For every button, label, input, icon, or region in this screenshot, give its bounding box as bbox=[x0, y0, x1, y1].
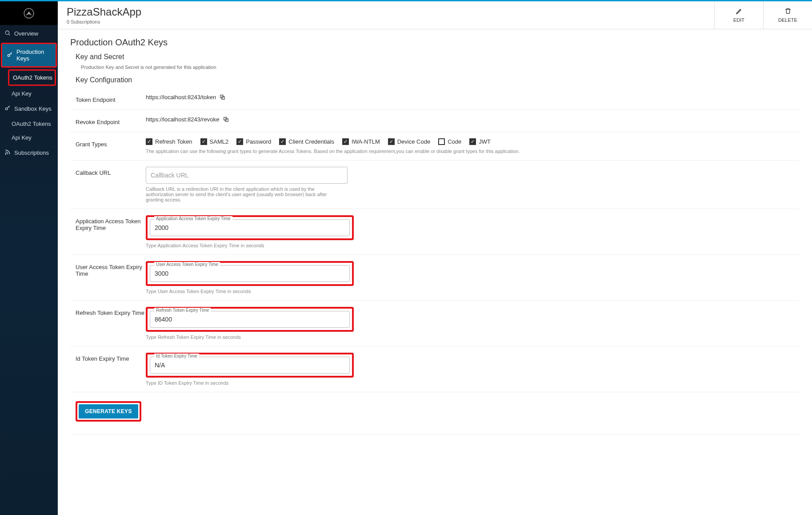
overview-icon bbox=[4, 30, 11, 37]
sidebar-item-subscriptions[interactable]: Subscriptions bbox=[0, 145, 58, 161]
checkbox-icon bbox=[342, 138, 349, 145]
user-token-expiry-label: User Access Token Expiry Time bbox=[70, 261, 146, 277]
generate-keys-button[interactable]: GENERATE KEYS bbox=[79, 404, 138, 418]
grant-type-checkbox[interactable]: Device Code bbox=[388, 138, 430, 145]
sidebar-item-label: Subscriptions bbox=[14, 149, 49, 156]
grant-type-checkbox[interactable]: Refresh Token bbox=[146, 138, 192, 145]
sidebar-item-label: Overview bbox=[14, 30, 38, 37]
svg-point-6 bbox=[5, 153, 6, 154]
user-token-expiry-row: User Access Token Expiry Time User Acces… bbox=[70, 255, 800, 301]
refresh-token-expiry-input[interactable] bbox=[155, 316, 345, 323]
key-icon bbox=[4, 105, 11, 113]
sidebar-item-overview[interactable]: Overview bbox=[0, 25, 58, 42]
token-endpoint-row: Token Endpoint https://localhost:8243/to… bbox=[70, 88, 800, 110]
sidebar-sub-api-key-prod[interactable]: Api Key bbox=[0, 87, 58, 101]
edit-button[interactable]: EDIT bbox=[714, 1, 763, 29]
user-token-expiry-input[interactable] bbox=[155, 270, 345, 277]
pencil-icon bbox=[736, 8, 743, 16]
grant-type-label: JWT bbox=[479, 138, 491, 145]
refresh-token-expiry-help: Type Refresh Token Expiry Time in second… bbox=[146, 334, 800, 340]
refresh-token-expiry-row: Refresh Token Expiry Time Refresh Token … bbox=[70, 301, 800, 346]
user-token-float-label: User Access Token Expiry Time bbox=[154, 262, 220, 267]
grant-type-label: Client Credentials bbox=[288, 138, 334, 145]
id-token-float-label: Id Token Expiry Time bbox=[154, 354, 199, 358]
sidebar: A Overview Production Keys OAuth2 Tokens… bbox=[0, 1, 58, 515]
user-token-expiry-help: Type User Access Token Expiry Time in se… bbox=[146, 289, 800, 294]
sidebar-item-label: Production Keys bbox=[16, 48, 51, 62]
token-endpoint-label: Token Endpoint bbox=[70, 94, 146, 103]
grant-type-label: SAML2 bbox=[210, 138, 229, 145]
app-token-expiry-help: Type Application Access Token Expiry Tim… bbox=[146, 243, 800, 248]
checkbox-icon bbox=[279, 138, 286, 145]
app-logo: A bbox=[0, 1, 58, 25]
svg-point-2 bbox=[5, 31, 9, 34]
app-token-expiry-input[interactable] bbox=[155, 224, 345, 231]
checkbox-icon bbox=[146, 138, 152, 145]
main-content: PizzaShackApp 0 Subscriptions EDIT DELET… bbox=[58, 1, 812, 515]
grant-type-checkbox[interactable]: Password bbox=[236, 138, 271, 145]
grant-type-checkbox[interactable]: IWA-NTLM bbox=[342, 138, 380, 145]
grant-type-label: Device Code bbox=[397, 138, 430, 145]
grant-types-label: Grant Types bbox=[70, 138, 146, 148]
revoke-endpoint-value: https://localhost:8243/revoke bbox=[146, 116, 220, 123]
sidebar-item-label: Sandbox Keys bbox=[14, 105, 52, 112]
grant-type-checkbox[interactable]: SAML2 bbox=[200, 138, 229, 145]
callback-url-row: Callback URL Callback URL is a redirecti… bbox=[70, 161, 800, 209]
grant-type-label: Password bbox=[246, 138, 271, 145]
grant-type-label: Code bbox=[448, 138, 461, 145]
id-token-expiry-label: Id Token Expiry Time bbox=[70, 353, 146, 362]
svg-point-5 bbox=[5, 108, 8, 110]
refresh-token-float-label: Refresh Token Expiry Time bbox=[154, 308, 211, 313]
key-icon bbox=[7, 52, 13, 59]
sidebar-sub-api-key-sandbox[interactable]: Api Key bbox=[0, 131, 58, 145]
id-token-expiry-input[interactable] bbox=[155, 362, 345, 369]
grant-types-row: Grant Types Refresh TokenSAML2PasswordCl… bbox=[70, 132, 800, 161]
sidebar-item-production-keys[interactable]: Production Keys bbox=[2, 44, 56, 66]
app-title: PizzaShackApp bbox=[67, 6, 705, 18]
checkbox-icon bbox=[469, 138, 476, 145]
grant-types-note: The application can use the following gr… bbox=[146, 149, 800, 154]
revoke-endpoint-row: Revoke Endpoint https://localhost:8243/r… bbox=[70, 110, 800, 132]
copy-icon[interactable] bbox=[223, 117, 229, 122]
svg-line-3 bbox=[8, 34, 10, 35]
callback-url-input[interactable] bbox=[151, 172, 343, 179]
divider bbox=[70, 434, 800, 435]
page-title: Production OAuth2 Keys bbox=[70, 37, 800, 48]
svg-point-4 bbox=[8, 54, 10, 56]
checkbox-icon bbox=[388, 138, 395, 145]
id-token-expiry-row: Id Token Expiry Time Id Token Expiry Tim… bbox=[70, 346, 800, 392]
callback-url-help: Callback URL is a redirection URI in the… bbox=[146, 186, 341, 202]
grant-type-checkbox[interactable]: JWT bbox=[469, 138, 491, 145]
key-config-heading: Key Configuration bbox=[76, 76, 800, 84]
delete-label: DELETE bbox=[778, 17, 797, 23]
token-endpoint-value: https://localhost:8243/token bbox=[146, 94, 216, 101]
app-token-expiry-row: Application Access Token Expiry Time App… bbox=[70, 209, 800, 255]
grant-type-checkbox[interactable]: Client Credentials bbox=[279, 138, 334, 145]
app-token-expiry-label: Application Access Token Expiry Time bbox=[70, 215, 146, 231]
app-token-float-label: Application Access Token Expiry Time bbox=[154, 216, 232, 221]
refresh-token-expiry-label: Refresh Token Expiry Time bbox=[70, 307, 146, 316]
trash-icon bbox=[784, 8, 792, 16]
key-secret-note: Production Key and Secret is not generat… bbox=[81, 64, 800, 70]
sidebar-sub-oauth2-tokens-prod[interactable]: OAuth2 Tokens bbox=[9, 71, 55, 84]
rss-icon bbox=[4, 149, 11, 157]
grant-type-label: IWA-NTLM bbox=[352, 138, 380, 145]
callback-url-label: Callback URL bbox=[70, 167, 146, 176]
topbar: PizzaShackApp 0 Subscriptions EDIT DELET… bbox=[58, 1, 812, 29]
sidebar-sub-oauth2-tokens-sandbox[interactable]: OAuth2 Tokens bbox=[0, 117, 58, 131]
edit-label: EDIT bbox=[733, 17, 744, 23]
subscriptions-count: 0 Subscriptions bbox=[67, 19, 705, 24]
sidebar-item-sandbox-keys[interactable]: Sandbox Keys bbox=[0, 101, 58, 117]
checkbox-icon bbox=[438, 138, 445, 145]
revoke-endpoint-label: Revoke Endpoint bbox=[70, 116, 146, 125]
checkbox-icon bbox=[200, 138, 207, 145]
copy-icon[interactable] bbox=[220, 94, 225, 100]
svg-text:A: A bbox=[28, 11, 30, 15]
key-secret-heading: Key and Secret bbox=[76, 53, 800, 61]
grant-type-checkbox[interactable]: Code bbox=[438, 138, 461, 145]
delete-button[interactable]: DELETE bbox=[763, 1, 812, 29]
id-token-expiry-help: Type ID Token Expiry Time in seconds bbox=[146, 380, 800, 386]
grant-type-label: Refresh Token bbox=[155, 138, 192, 145]
checkbox-icon bbox=[236, 138, 243, 145]
